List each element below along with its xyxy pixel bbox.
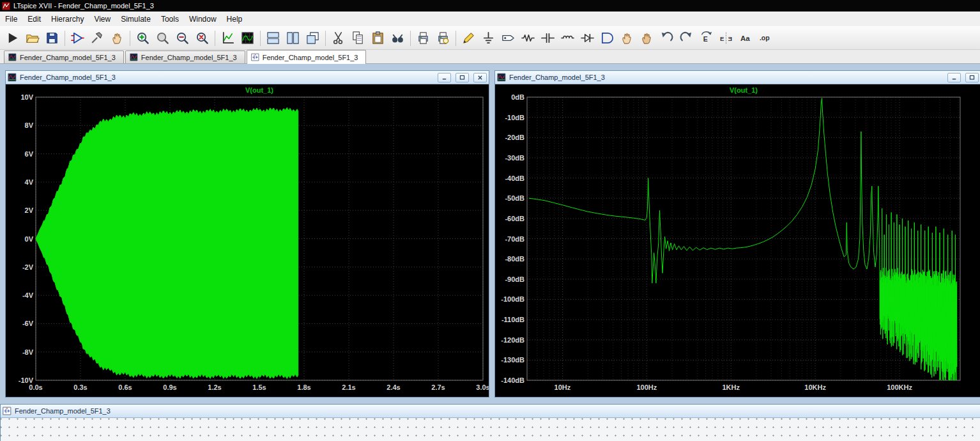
ground-icon[interactable] — [479, 28, 498, 48]
svg-text:.op: .op — [760, 34, 770, 42]
svg-text:0dB: 0dB — [511, 93, 524, 101]
menu-view[interactable]: View — [89, 12, 116, 26]
maximize-button[interactable] — [456, 73, 469, 82]
tab-1[interactable]: Fender_Champ_model_5F1_3 — [4, 50, 124, 63]
svg-text:8V: 8V — [25, 121, 34, 129]
symbol-icon[interactable] — [68, 28, 88, 48]
menu-edit[interactable]: Edit — [22, 12, 46, 26]
svg-text:E: E — [728, 35, 732, 42]
minimize-button[interactable] — [438, 73, 451, 82]
menu-help[interactable]: Help — [222, 12, 248, 26]
svg-text:2.4s: 2.4s — [387, 383, 400, 391]
svg-text:-130dB: -130dB — [501, 356, 524, 364]
svg-text:E: E — [720, 35, 724, 42]
svg-text:-30dB: -30dB — [505, 154, 524, 162]
autorange-icon[interactable] — [218, 28, 238, 48]
svg-text:0V: 0V — [25, 235, 34, 243]
net-label-icon[interactable] — [498, 28, 518, 48]
svg-text:3.0s: 3.0s — [476, 383, 489, 391]
print-icon[interactable] — [413, 28, 433, 48]
text-icon[interactable]: Aa — [736, 28, 756, 48]
print-preview-icon[interactable] — [433, 28, 453, 48]
svg-text:-110dB: -110dB — [501, 316, 524, 323]
maximize-button[interactable] — [965, 73, 979, 82]
window-titlebar[interactable]: Fender_Champ_model_5F1_3 — [495, 71, 980, 84]
svg-text:-4V: -4V — [22, 291, 34, 299]
copy-icon[interactable] — [348, 28, 368, 48]
app-titlebar[interactable]: LTspice XVII - Fender_Champ_model_5F1_3 — [0, 0, 980, 12]
drag-icon[interactable] — [637, 28, 657, 48]
save-icon[interactable] — [42, 28, 62, 48]
menu-hierarchy[interactable]: Hierarchy — [46, 12, 89, 26]
waveform-icon — [8, 73, 17, 82]
svg-text:0.0s: 0.0s — [29, 383, 42, 391]
zoom-out-icon[interactable] — [172, 28, 192, 48]
run-icon[interactable] — [3, 28, 22, 48]
rotate-icon[interactable]: E — [696, 28, 716, 48]
minimize-button[interactable] — [947, 73, 961, 82]
zoom-in-icon[interactable] — [133, 28, 153, 48]
cut-icon[interactable] — [328, 28, 348, 48]
tab-bar: Fender_Champ_model_5F1_3Fender_Champ_mod… — [0, 50, 980, 64]
menu-tools[interactable]: Tools — [156, 12, 184, 26]
waveform-window-fft: Fender_Champ_model_5F1_3 V(out_1)0dB-10d… — [494, 70, 980, 398]
svg-text:V(out_1): V(out_1) — [730, 86, 758, 94]
paste-icon[interactable] — [368, 28, 388, 48]
capacitor-icon[interactable] — [538, 28, 558, 48]
inductor-icon[interactable] — [558, 28, 578, 48]
diode-icon[interactable] — [578, 28, 597, 48]
close-button[interactable] — [473, 73, 487, 82]
cascade-icon[interactable] — [303, 28, 323, 48]
svg-text:1KHz: 1KHz — [722, 383, 740, 391]
svg-text:10KHz: 10KHz — [804, 383, 826, 391]
plot-settings-icon[interactable] — [238, 28, 257, 48]
component-icon[interactable] — [597, 28, 617, 48]
svg-text:6V: 6V — [25, 150, 34, 158]
control-panel-icon[interactable] — [88, 28, 107, 48]
mirror-icon[interactable]: EE — [716, 28, 736, 48]
waveform-icon — [497, 73, 506, 82]
redo-icon[interactable] — [677, 28, 696, 48]
transient-plot[interactable]: V(out_1)10V8V6V4V2V0V-2V-4V-6V-8V-10V0.0… — [6, 84, 489, 397]
svg-text:-120dB: -120dB — [501, 336, 524, 344]
window-title: Fender_Champ_model_5F1_3 — [509, 74, 943, 81]
tab-3[interactable]: Fender_Champ_model_5F1_3 — [247, 50, 367, 64]
menu-bar: FileEditHierarchyViewSimulateToolsWindow… — [0, 12, 980, 26]
menu-file[interactable]: File — [0, 12, 22, 26]
move-icon[interactable] — [617, 28, 637, 48]
waveform-icon — [130, 53, 138, 61]
pan-icon[interactable] — [107, 28, 127, 48]
window-titlebar[interactable]: Fender_Champ_model_5F1_3 — [6, 71, 489, 84]
svg-text:2.1s: 2.1s — [342, 383, 355, 391]
schematic-icon — [251, 53, 259, 61]
schematic-canvas[interactable] — [1, 418, 980, 441]
toolbar-separator — [215, 31, 215, 46]
svg-text:-60dB: -60dB — [505, 215, 524, 222]
toolbar-separator — [325, 31, 326, 46]
svg-text:-8V: -8V — [22, 348, 34, 356]
svg-text:100KHz: 100KHz — [887, 383, 912, 391]
svg-text:E: E — [703, 35, 708, 43]
fft-plot[interactable]: V(out_1)0dB-10dB-20dB-30dB-40dB-50dB-60d… — [495, 84, 980, 397]
tile-vertical-icon[interactable] — [283, 28, 303, 48]
svg-text:100Hz: 100Hz — [636, 383, 657, 391]
svg-text:4V: 4V — [25, 178, 34, 186]
svg-text:10V: 10V — [20, 93, 33, 101]
zoom-back-icon[interactable] — [153, 28, 172, 48]
wire-icon[interactable] — [459, 28, 479, 48]
resistor-icon[interactable] — [518, 28, 538, 48]
menu-simulate[interactable]: Simulate — [116, 12, 156, 26]
svg-text:2V: 2V — [25, 206, 34, 214]
spice-directive-icon[interactable]: .op — [756, 28, 776, 48]
open-icon[interactable] — [22, 28, 42, 48]
tile-horizontal-icon[interactable] — [263, 28, 283, 48]
zoom-full-icon[interactable] — [192, 28, 212, 48]
tab-2[interactable]: Fender_Champ_model_5F1_3 — [125, 50, 245, 63]
ltspice-logo-icon — [2, 2, 10, 10]
svg-text:0.3s: 0.3s — [73, 383, 87, 391]
undo-icon[interactable] — [657, 28, 677, 48]
svg-text:1.5s: 1.5s — [252, 383, 266, 391]
menu-window[interactable]: Window — [184, 12, 222, 26]
find-icon[interactable] — [388, 28, 408, 48]
window-titlebar[interactable]: Fender_Champ_model_5F1_3 — [1, 405, 980, 418]
